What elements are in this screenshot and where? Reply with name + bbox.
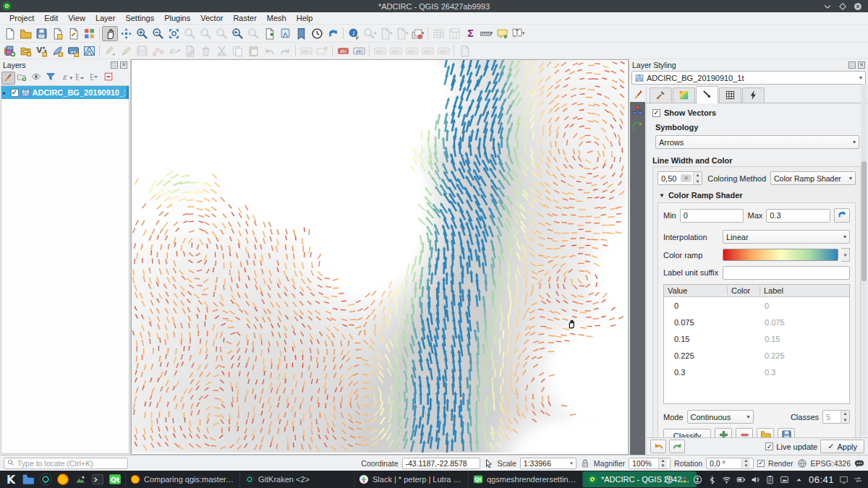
pan-map-button[interactable]	[102, 26, 118, 41]
file-manager[interactable]	[20, 471, 37, 487]
layer-visibility-checkbox[interactable]: ✓	[11, 89, 19, 97]
menu-plugins[interactable]: Plugins	[159, 13, 195, 23]
taskbar-clock[interactable]: 06:41	[809, 474, 834, 485]
battery-icon[interactable]	[736, 475, 746, 484]
menu-edit[interactable]: Edit	[39, 13, 63, 23]
color-ramp-row[interactable]: 0.15 0.15	[664, 330, 849, 347]
column-header-label[interactable]: Label	[760, 286, 849, 295]
menu-layer[interactable]: Layer	[90, 13, 121, 23]
pan-to-selection-button[interactable]	[118, 26, 134, 41]
symbology-combo[interactable]: Arrows ▾	[655, 135, 859, 149]
filter-by-expression-button[interactable]: ε▾	[59, 72, 73, 85]
color-ramp-preview[interactable]	[723, 249, 838, 261]
locator-search-input[interactable]: Type to locate (Ctrl+K)	[4, 458, 128, 469]
menu-vector[interactable]: Vector	[195, 13, 228, 23]
new-project-button[interactable]	[1, 26, 17, 41]
line-width-spinbox[interactable]: 0,50 ✕ ▲▼	[658, 171, 702, 185]
add-vector-layer-button[interactable]: V	[33, 43, 49, 59]
filter-legend-button[interactable]	[45, 72, 59, 85]
menu-help[interactable]: Help	[292, 13, 318, 23]
mode-combo[interactable]: Continuous▾	[687, 410, 754, 424]
qtcreator-launcher[interactable]: Qt	[106, 471, 124, 487]
new-3d-map-view-button[interactable]	[277, 26, 293, 41]
coloring-method-combo[interactable]: Color Ramp Shader ▾	[770, 171, 856, 185]
crs-value[interactable]: EPSG:4326	[811, 459, 851, 468]
tab-temporal[interactable]	[742, 87, 765, 103]
save-project-as-button[interactable]	[49, 26, 65, 41]
pin-labels-button[interactable]: abl	[351, 43, 367, 59]
color-ramp-shader-collapse[interactable]: ▼ Color Ramp Shader	[659, 191, 856, 200]
highlight-pinned-labels-button[interactable]: abl	[335, 43, 351, 59]
map-tips-button[interactable]	[494, 26, 510, 41]
open-attribute-table-button[interactable]: ▾	[409, 26, 425, 41]
remove-layer-button[interactable]	[103, 72, 116, 85]
minimize-button[interactable]	[823, 2, 832, 11]
close-button[interactable]	[854, 2, 862, 11]
styling-close-icon[interactable]: ✕	[858, 61, 865, 69]
coordinate-input[interactable]: -43.1187,-22.8578	[402, 458, 480, 469]
maximize-button[interactable]	[838, 2, 847, 11]
classes-spinbox[interactable]: 5 ▲▼	[822, 410, 850, 424]
zoom-last-button[interactable]	[229, 26, 245, 41]
show-desktop-icon[interactable]	[839, 475, 848, 484]
add-postgis-layer-button[interactable]	[49, 43, 65, 59]
column-header-color[interactable]: Color	[728, 286, 760, 295]
menu-view[interactable]: View	[63, 13, 90, 23]
color-ramp-row[interactable]: 0.3 0.3	[664, 364, 849, 380]
label-unit-suffix-input[interactable]	[723, 266, 850, 280]
layers-undock-icon[interactable]: □	[111, 61, 118, 69]
lock-scale-icon[interactable]	[580, 458, 590, 468]
task-gitkraken[interactable]: GitKraken <2>	[239, 471, 354, 487]
scale-combo[interactable]: 1:33966▾	[520, 458, 576, 469]
reload-min-max-button[interactable]	[834, 208, 850, 223]
volume-icon[interactable]	[751, 475, 760, 484]
render-checkbox[interactable]: ✓	[757, 460, 765, 467]
app-launcher[interactable]: K	[2, 471, 20, 487]
network-icon[interactable]	[722, 475, 731, 484]
save-ramp-button[interactable]	[778, 428, 795, 437]
clear-value-icon[interactable]: ✕	[681, 174, 692, 182]
tab-vectors[interactable]	[696, 86, 718, 103]
extent-toggle-icon[interactable]	[484, 458, 494, 468]
styling-scrollbar[interactable]	[861, 84, 867, 436]
bluetooth-icon[interactable]	[707, 475, 717, 484]
layers-close-icon[interactable]: ✕	[120, 61, 127, 69]
zoom-in-button[interactable]	[134, 26, 150, 41]
identify-features-button[interactable]: i	[346, 26, 362, 41]
styling-layer-selector[interactable]: ADCIRC_BG_20190910_1t ▾	[631, 71, 866, 85]
indicator-icon[interactable]	[678, 475, 688, 484]
magnifier-spinbox[interactable]: 100% ▲▼	[629, 458, 671, 469]
add-delimited-text-button[interactable]: ,,	[65, 43, 81, 59]
show-vectors-checkbox[interactable]: ✓	[652, 109, 660, 117]
interpolation-combo[interactable]: Linear▾	[723, 230, 850, 244]
live-update-checkbox[interactable]: ✓	[765, 442, 773, 450]
menu-settings[interactable]: Settings	[120, 13, 159, 23]
firefox-launcher[interactable]	[54, 471, 72, 487]
rotation-spinbox[interactable]: 0,0 ° ▲▼	[706, 458, 754, 469]
style-manager-button[interactable]	[81, 26, 97, 41]
text-annotation-button[interactable]: T▾	[510, 26, 526, 41]
tab-general-settings[interactable]	[650, 87, 672, 103]
gitkraken-launcher[interactable]	[37, 471, 54, 487]
layer-item-adcirc[interactable]: ▸ ✓ ADCIRC_BG_20190910_1t	[1, 86, 129, 99]
task-firefox[interactable]: Comparing qgis:master...vcl...	[125, 471, 239, 487]
clipboard-icon[interactable]	[765, 475, 775, 484]
new-map-view-button[interactable]	[261, 26, 277, 41]
zoom-full-button[interactable]	[166, 26, 182, 41]
task-qtcreator[interactable]: Qtqgsmeshrenderersettings.h ...	[468, 471, 582, 487]
add-value-button[interactable]	[715, 428, 732, 437]
map-canvas[interactable]	[132, 60, 626, 453]
symbology-brush-icon[interactable]	[630, 86, 645, 100]
open-project-button[interactable]	[17, 26, 33, 41]
crs-globe-icon[interactable]	[797, 458, 807, 468]
apply-button[interactable]: ✓ Apply	[820, 440, 864, 453]
collapse-all-button[interactable]	[88, 72, 102, 85]
min-input[interactable]: 0	[680, 209, 744, 223]
add-group-button[interactable]	[16, 72, 30, 85]
messages-icon[interactable]	[854, 458, 864, 468]
tab-rendering[interactable]	[719, 87, 741, 103]
save-project-button[interactable]	[33, 26, 49, 41]
statistics-button[interactable]: Σ	[462, 26, 478, 41]
zoom-out-button[interactable]	[150, 26, 166, 41]
max-input[interactable]: 0.3	[766, 209, 830, 223]
